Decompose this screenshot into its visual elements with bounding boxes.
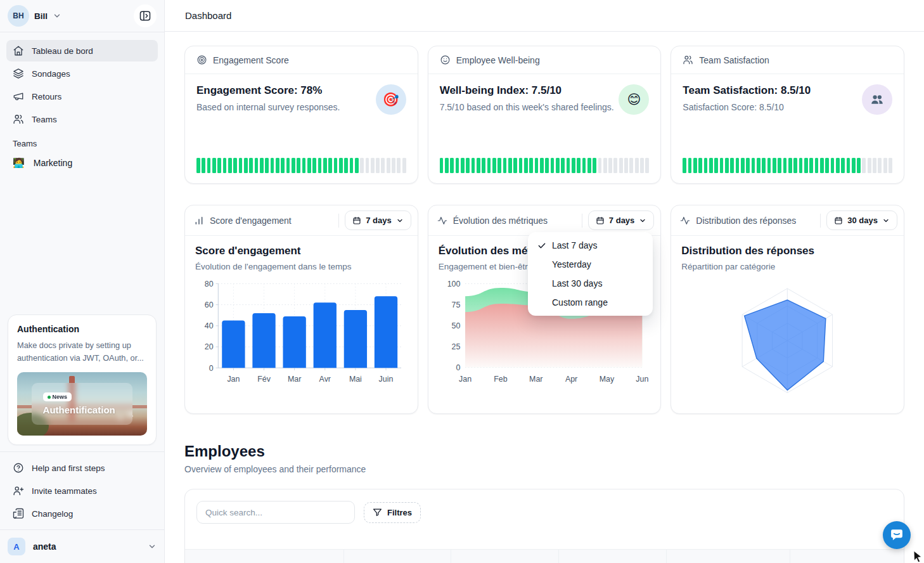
column-header-tasks[interactable]: Tasks [790,550,904,563]
svg-text:May: May [599,375,614,384]
sidebar-footer-item-help-and-first-steps[interactable]: Help and first steps [6,457,158,479]
users-icon [683,55,693,65]
promo-overlay-title: Authentification [43,404,115,415]
search-input[interactable] [196,501,355,524]
workspace-switcher[interactable]: A aneta [0,529,164,563]
svg-text:Avr: Avr [319,375,331,384]
svg-text:Jan: Jan [227,375,240,384]
column-header-team[interactable]: Team [343,550,451,563]
column-header-position[interactable]: Position [451,550,558,563]
date-range-button[interactable]: 7 days [588,210,654,230]
sidebar-collapse-button[interactable] [134,4,157,27]
help-circle-icon [13,462,24,474]
card-label: Évolution des métriques [453,216,576,226]
teams-section-label: Teams [0,130,164,152]
svg-text:20: 20 [205,342,214,351]
team-item-marketing[interactable]: 🧑‍💻Marketing [0,152,164,174]
app-window: BH Bill Tableau de bordSondagesRetoursTe… [0,0,924,563]
responses-distribution-card: Distribution des réponses 30 days Distri… [671,205,904,414]
date-range-button[interactable]: 7 days [345,210,411,230]
check-icon [537,240,547,250]
people-icon [862,84,892,115]
svg-text:Mar: Mar [529,375,542,384]
chart-subtitle: Évolution de l'engagement dans le temps [195,262,407,271]
column-header-participation[interactable]: Participation [558,550,666,563]
chart-title: Distribution des réponses [681,245,894,257]
sidebar-footer-item-changelog[interactable]: Changelog [6,503,158,524]
chart-title: Score d'engagement [195,245,407,257]
chevron-down-icon [148,542,157,551]
chat-icon [889,527,905,543]
menu-item-yesterday[interactable]: Yesterday [532,255,649,274]
radar-chart [681,275,894,406]
card-label: Score d'engagement [210,216,333,226]
stat-title: Well-being Index: 7.5/10 [440,84,619,97]
svg-text:Apr: Apr [565,375,577,384]
column-header-performance[interactable]: Performance [666,550,790,563]
smile-icon [440,55,451,65]
funnel-icon [373,508,382,517]
authentication-promo-card[interactable]: Authentication Make docs private by sett… [8,314,157,445]
sidebar-item-retours[interactable]: Retours [6,86,158,107]
svg-text:Fév: Fév [257,375,271,384]
svg-text:Jan: Jan [459,375,472,384]
team-emoji: 🧑‍💻 [13,157,25,169]
bar-chart-icon [194,216,204,226]
megaphone-icon [13,91,24,102]
promo-image: News Authentification [17,372,147,436]
svg-text:Juin: Juin [379,375,394,384]
svg-text:Mai: Mai [349,375,362,384]
sidebar-item-tableau-de-bord[interactable]: Tableau de bord [6,40,158,61]
activity-icon [680,216,690,226]
chat-launcher-button[interactable] [883,521,911,549]
chevron-down-icon [396,217,404,224]
svg-text:25: 25 [451,342,460,351]
menu-item-last-30-days[interactable]: Last 30 days [532,274,649,293]
svg-text:Jun: Jun [636,375,648,384]
wellbeing-card: Employee Well-being Well-being Index: 7.… [428,46,662,184]
svg-text:80: 80 [205,280,214,288]
user-menu[interactable]: Bill [34,11,48,21]
sidebar: BH Bill Tableau de bordSondagesRetoursTe… [0,0,165,563]
sidebar-header: BH Bill [0,0,164,32]
teams-list: 🧑‍💻Marketing [0,152,164,174]
sidebar-footer-item-invite-teammates[interactable]: Invite teammates [6,480,158,502]
svg-text:Feb: Feb [494,375,507,384]
filters-button[interactable]: Filtres [364,502,421,523]
workspace-avatar: A [8,538,25,555]
svg-text:Mar: Mar [288,375,301,384]
panel-collapse-icon [139,10,151,22]
employees-subtitle: Overview of employees and their performa… [184,464,904,474]
layers-icon [13,68,24,79]
smile-emoji: 😊 [619,84,649,115]
card-label: Team Satisfaction [699,55,769,65]
calendar-icon [596,216,605,225]
menu-item-custom-range[interactable]: Custom range [532,293,649,312]
promo-overlay-card: News Authentification [32,383,133,425]
calendar-icon [352,216,361,225]
column-header-user[interactable]: User [185,550,343,563]
avatar[interactable]: BH [8,5,29,27]
chevron-down-icon [882,217,890,224]
promo-title: Authentication [17,324,147,334]
card-label: Employee Well-being [456,55,540,65]
table-toolbar: Filtres [185,489,904,535]
home-icon [13,45,24,56]
svg-text:60: 60 [205,301,214,309]
table-header-row: UserTeamPositionParticipationPerformance… [185,549,904,563]
engagement-chart-card: Score d'engagement 7 days Score d'engage… [184,205,418,414]
user-plus-icon [13,485,24,496]
chevron-down-icon [53,11,61,20]
chart-subtitle: Répartition par catégorie [681,262,894,271]
sidebar-item-sondages[interactable]: Sondages [6,63,158,84]
workspace-name: aneta [33,541,56,552]
calendar-icon [834,216,843,225]
progress-ticks [428,158,661,183]
users-icon [13,113,24,125]
date-range-button[interactable]: 30 days [826,210,897,230]
stat-subtitle: 7.5/10 based on this week's shared feeli… [440,102,619,112]
sidebar-item-teams[interactable]: Teams [6,108,158,130]
svg-text:100: 100 [447,280,460,288]
menu-item-last-7-days[interactable]: Last 7 days [532,236,649,255]
progress-ticks [671,158,904,183]
